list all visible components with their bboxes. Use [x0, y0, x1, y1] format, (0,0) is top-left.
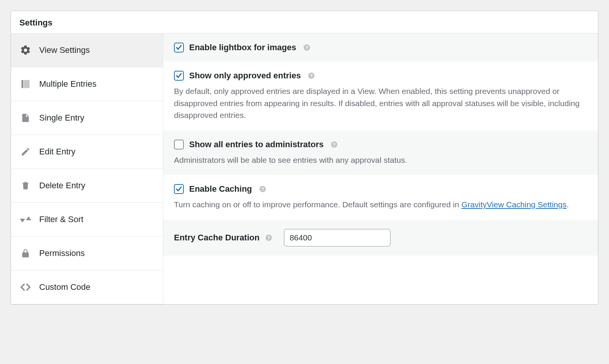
admin-all-label: Show all entries to administrators	[189, 140, 324, 149]
svg-marker-3	[26, 216, 31, 220]
stack-icon	[19, 78, 32, 90]
sort-icon	[19, 213, 32, 226]
setting-lightbox: Enable lightbox for images ?	[163, 33, 598, 62]
tab-delete-entry[interactable]: Delete Entry	[11, 169, 163, 203]
settings-content: Enable lightbox for images ? Show only a…	[163, 33, 598, 304]
tab-permissions[interactable]: Permissions	[11, 237, 163, 270]
lightbox-label: Enable lightbox for images	[189, 43, 296, 52]
caching-settings-link[interactable]: GravityView Caching Settings	[461, 200, 566, 209]
svg-rect-0	[22, 80, 24, 88]
approved-label: Show only approved entries	[189, 71, 301, 81]
tab-multiple-entries[interactable]: Multiple Entries	[11, 67, 163, 101]
help-icon[interactable]: ?	[259, 185, 266, 193]
tab-label: Permissions	[39, 248, 85, 258]
tab-label: View Settings	[39, 45, 90, 55]
tab-label: Filter & Sort	[39, 215, 83, 224]
admin-all-checkbox[interactable]	[174, 140, 184, 149]
admin-all-description: Administrators will be able to see entri…	[174, 154, 587, 166]
trash-icon	[19, 180, 32, 192]
tab-edit-entry[interactable]: Edit Entry	[11, 135, 163, 169]
setting-approved: Show only approved entries ? By default,…	[163, 62, 598, 130]
svg-text:?: ?	[261, 186, 264, 191]
approved-description: By default, only approved entries are di…	[174, 85, 587, 121]
panel-title: Settings	[19, 18, 590, 28]
tab-single-entry[interactable]: Single Entry	[11, 101, 163, 135]
svg-text:?: ?	[333, 142, 336, 147]
tab-label: Delete Entry	[39, 181, 85, 191]
settings-tabs: View Settings Multiple Entries Single En…	[11, 33, 163, 304]
page-icon	[19, 112, 32, 124]
tab-custom-code[interactable]: Custom Code	[11, 270, 163, 304]
cache-duration-label: Entry Cache Duration ?	[174, 233, 273, 243]
panel-body: View Settings Multiple Entries Single En…	[11, 33, 598, 304]
caching-checkbox[interactable]	[174, 184, 184, 194]
svg-text:?: ?	[310, 73, 313, 78]
setting-caching: Enable Caching ? Turn caching on or off …	[163, 175, 598, 220]
tab-filter-sort[interactable]: Filter & Sort	[11, 203, 163, 237]
svg-rect-1	[24, 80, 29, 88]
help-icon[interactable]: ?	[265, 234, 273, 242]
caching-description: Turn caching on or off to improve perfor…	[174, 199, 587, 211]
help-icon[interactable]: ?	[308, 72, 315, 79]
panel-header: Settings	[11, 11, 598, 33]
tab-view-settings[interactable]: View Settings	[11, 33, 163, 67]
help-icon[interactable]: ?	[330, 141, 338, 148]
help-icon[interactable]: ?	[303, 44, 311, 51]
tab-label: Edit Entry	[39, 147, 75, 157]
pencil-icon	[19, 146, 32, 158]
svg-text:?: ?	[306, 45, 308, 50]
tab-label: Multiple Entries	[39, 79, 96, 89]
gear-icon	[19, 44, 32, 56]
setting-cache-duration: Entry Cache Duration ?	[163, 220, 598, 256]
lightbox-checkbox[interactable]	[174, 43, 184, 52]
tab-label: Single Entry	[39, 113, 84, 123]
settings-panel: Settings View Settings Multiple Entries	[11, 11, 598, 305]
caching-label: Enable Caching	[189, 184, 252, 194]
lock-icon	[19, 247, 32, 259]
svg-text:?: ?	[267, 235, 270, 240]
svg-marker-2	[20, 219, 25, 223]
tab-label: Custom Code	[39, 282, 91, 292]
approved-checkbox[interactable]	[174, 71, 184, 81]
code-icon	[19, 281, 32, 293]
cache-duration-input[interactable]	[284, 229, 391, 246]
setting-admin-all: Show all entries to administrators ? Adm…	[163, 130, 598, 175]
